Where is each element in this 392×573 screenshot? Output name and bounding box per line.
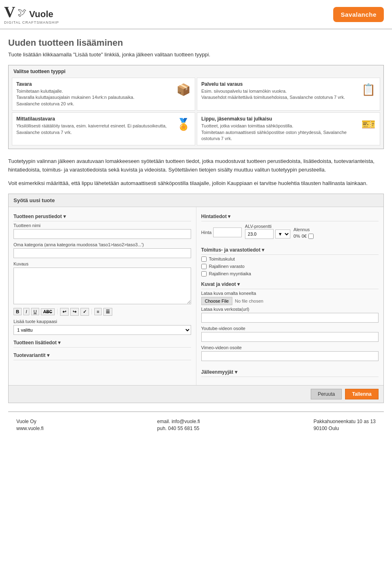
input-lataa-url[interactable] <box>201 313 379 323</box>
footer-col-3: Pakkahuoneenkatu 10 as 13 90100 Oulu <box>314 419 376 431</box>
hintatiedot-label: Hintatiedot ▾ <box>201 214 231 219</box>
product-form: Syötä uusi tuote Tuotteen perustiedot ▾ … <box>8 194 384 403</box>
product-type-lippu-icon: 🎫 <box>361 118 376 131</box>
file-upload-row: Choose File No file chosen <box>201 297 379 305</box>
product-type-grid: Tavara Toimitetaan kuluttajalle.Tavarall… <box>12 78 380 145</box>
input-nimi[interactable] <box>13 229 191 239</box>
alennus-label: Alennus <box>294 227 310 232</box>
input-youtube[interactable] <box>201 332 379 342</box>
toimitus-header[interactable]: Toimitus- ja varastotiedot ▾ <box>201 245 379 255</box>
toolbar-divider-2 <box>91 309 92 314</box>
product-type-palvelu-name: Palvelu tai varaus <box>201 81 358 87</box>
choose-file-button[interactable]: Choose File <box>201 297 233 305</box>
label-kategoria: Oma kategoria (anna kategoria muodossa '… <box>13 242 191 247</box>
footer-address: Pakkahuoneenkatu 10 as 13 <box>314 419 376 424</box>
section-kuvat: Kuvat ja videot ▾ Lataa kuva omalta kone… <box>201 280 379 364</box>
section-jalleenmyyjat: Jälleenmyyjät ▾ <box>201 368 379 377</box>
editor-toolbar: B I U ABC ↩ ↪ ✓ ≡ ☰ <box>13 308 191 316</box>
alv-select[interactable]: ▼ <box>275 230 290 239</box>
form-left: Tuotteen perustiedot ▾ Tuotteen nimi Oma… <box>9 207 196 385</box>
toolbar-redo[interactable]: ↪ <box>70 308 79 316</box>
lisatiedot-label: Tuotteen lisätiedot ▾ <box>13 340 60 346</box>
alennus-value: 0% <box>294 234 300 239</box>
shop-label: Lisää tuote kauppaasi <box>13 319 191 324</box>
jalleenmyyjat-header[interactable]: Jälleenmyyjät ▾ <box>201 368 379 377</box>
alv-input[interactable]: 23.0 <box>245 229 274 239</box>
desc-para-1: Tuotetyypin valinnan jälkeen avautuvaan … <box>8 157 384 174</box>
product-type-mittatilaus-icon: 🏅 <box>176 118 191 131</box>
footer-city: 90100 Oulu <box>314 426 376 431</box>
cb-myyntiaika-label: Rajallinen myyntiaika <box>209 271 251 276</box>
product-type-box: Valitse tuotteen tyyppi Tavara Toimiteta… <box>8 65 384 149</box>
page-title: Uuden tuotteen lisääminen <box>8 38 384 48</box>
no-file-text: No file chosen <box>235 299 263 303</box>
variantit-label: Tuotevariantit ▾ <box>13 352 49 358</box>
product-type-palvelu-icon: 📋 <box>361 83 376 96</box>
variantit-header[interactable]: Tuotevariantit ▾ <box>13 351 191 360</box>
product-type-tavara-icon: 📦 <box>176 83 191 96</box>
footer-col-2: email. info@vuole.fi puh. 040 55 681 55 <box>157 419 200 431</box>
product-type-lippu[interactable]: Lippu, jäsenmaksu tai julkaisu Tuotteet,… <box>197 112 380 145</box>
section-variantit: Tuotevariantit ▾ <box>13 351 191 360</box>
toolbar-strikethrough[interactable]: ABC <box>41 308 55 315</box>
label-vimeo: Vimeo-videon osoite <box>201 345 379 350</box>
save-button[interactable]: Tallenna <box>345 389 379 399</box>
product-type-tavara-desc: Toimitetaan kuluttajalle.Tavaralla kulut… <box>16 88 173 107</box>
logo-bird-icon: 🕊 <box>18 7 27 18</box>
cb-toimituskulut[interactable] <box>201 256 207 262</box>
footer-email: email. info@vuole.fi <box>157 419 200 424</box>
hinta-label: Hinta <box>201 230 212 235</box>
input-vimeo[interactable] <box>201 351 379 361</box>
footer: Vuole Oy www.vuole.fi email. info@vuole.… <box>8 411 384 438</box>
label-kuvaus: Kuvaus <box>13 261 191 266</box>
alennus-checkbox[interactable] <box>308 234 314 239</box>
textarea-kuvaus[interactable] <box>13 268 191 304</box>
input-kategoria[interactable] <box>13 248 191 258</box>
cb-varasto[interactable] <box>201 264 207 269</box>
product-type-title: Valitse tuotteen tyyppi <box>12 69 380 74</box>
toolbar-check[interactable]: ✓ <box>80 308 89 316</box>
shop-section: Lisää tuote kauppaasi 1 valittu <box>13 319 191 335</box>
form-title: Syötä uusi tuote <box>9 194 383 207</box>
footer-company: Vuole Oy <box>16 419 44 424</box>
lisatiedot-header[interactable]: Tuotteen lisätiedot ▾ <box>13 338 191 348</box>
section-hintatiedot: Hintatiedot ▾ Hinta ALV-prosentti 23.0 <box>201 212 379 242</box>
toolbar-underline[interactable]: U <box>31 308 39 315</box>
label-lataa-url: Lataa kuva verkosta(url) <box>201 307 379 312</box>
logo-subtitle: Digital Craftsmanship <box>4 20 59 25</box>
main-content: Uuden tuotteen lisääminen Tuote lisätään… <box>0 29 392 438</box>
section-toimitus: Toimitus- ja varastotiedot ▾ Toimituskul… <box>201 245 379 276</box>
cancel-button[interactable]: Peruuta <box>311 389 342 399</box>
shop-select[interactable]: 1 valittu <box>13 325 191 335</box>
logo-icon: V 🕊 Vuole <box>4 4 53 20</box>
product-type-mittatilaus-desc: Yksilöllisesti räätälöity tavara, esim. … <box>16 123 173 136</box>
perustiedot-header[interactable]: Tuotteen perustiedot ▾ <box>13 212 191 221</box>
toolbar-italic[interactable]: I <box>23 308 29 315</box>
logo-name: Vuole <box>29 9 53 20</box>
product-type-palvelu[interactable]: Palvelu tai varaus Esim. siivouspalvelu … <box>197 78 380 111</box>
form-body: Tuotteen perustiedot ▾ Tuotteen nimi Oma… <box>9 207 383 385</box>
kuvat-label: Kuvat ja videot ▾ <box>201 281 240 287</box>
label-nimi: Tuotteen nimi <box>13 223 191 228</box>
kuvat-header[interactable]: Kuvat ja videot ▾ <box>201 280 379 289</box>
product-type-mittatilaus-name: Mittatilaustavara <box>16 116 173 122</box>
section-lisatiedot: Tuotteen lisätiedot ▾ <box>13 338 191 348</box>
product-type-tavara[interactable]: Tavara Toimitetaan kuluttajalle.Tavarall… <box>12 78 195 111</box>
section-perustiedot: Tuotteen perustiedot ▾ Tuotteen nimi Oma… <box>13 212 191 335</box>
toolbar-undo[interactable]: ↩ <box>60 308 69 316</box>
hinta-input[interactable] <box>213 227 242 237</box>
toolbar-list1[interactable]: ≡ <box>94 308 102 315</box>
product-type-mittatilaus[interactable]: Mittatilaustavara Yksilöllisesti räätälö… <box>12 112 195 145</box>
logo-area: V 🕊 Vuole Digital Craftsmanship <box>4 4 59 25</box>
product-type-tavara-name: Tavara <box>16 81 173 87</box>
cb-myyntiaika[interactable] <box>201 271 207 276</box>
page-subtitle: Tuote lisätään klikkaamalla "Lisää tuote… <box>8 51 384 58</box>
alennus-eur: 0€ <box>302 234 307 239</box>
jalleenmyyjat-label: Jälleenmyyjät ▾ <box>201 369 237 375</box>
toolbar-bold[interactable]: B <box>13 308 22 315</box>
perustiedot-label: Tuotteen perustiedot ▾ <box>13 214 66 219</box>
hintatiedot-header[interactable]: Hintatiedot ▾ <box>201 212 379 221</box>
toolbar-list2[interactable]: ☰ <box>103 308 112 316</box>
toolbar-divider-1 <box>57 309 58 314</box>
footer-website[interactable]: www.vuole.fi <box>16 426 44 431</box>
